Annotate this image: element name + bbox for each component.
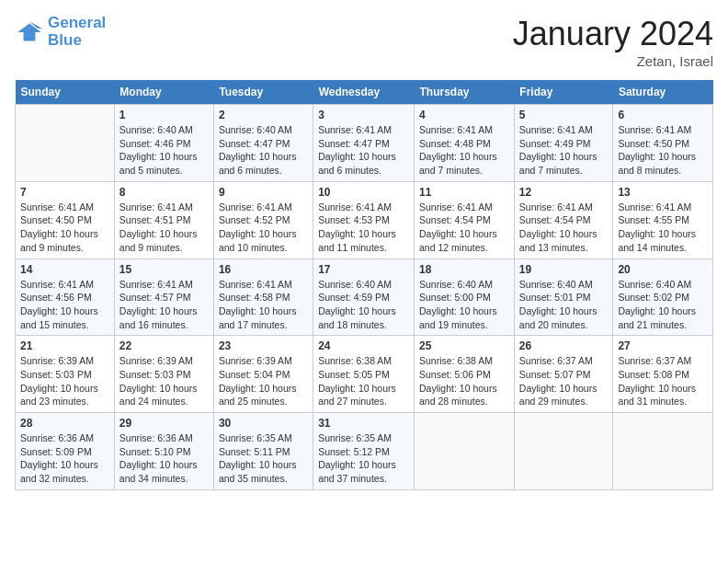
calendar-cell: 30 Sunrise: 6:35 AM Sunset: 5:11 PM Dayl…: [213, 413, 313, 490]
page-header: General Blue January 2024 Zetan, Israel: [15, 15, 713, 69]
daylight: Daylight: 10 hours and 25 minutes.: [219, 383, 297, 408]
calendar-cell: 13 Sunrise: 6:41 AM Sunset: 4:55 PM Dayl…: [613, 181, 713, 259]
day-info: Sunrise: 6:41 AM Sunset: 4:55 PM Dayligh…: [618, 201, 708, 255]
calendar-cell: 17 Sunrise: 6:40 AM Sunset: 4:59 PM Dayl…: [313, 259, 415, 336]
daylight: Daylight: 10 hours and 6 minutes.: [318, 151, 396, 176]
day-number: 25: [419, 339, 509, 352]
day-number: 2: [219, 109, 308, 121]
svg-marker-0: [17, 23, 41, 40]
sunset: Sunset: 4:46 PM: [119, 138, 191, 149]
calendar-week-row: 1 Sunrise: 6:40 AM Sunset: 4:46 PM Dayli…: [16, 105, 713, 182]
logo: General Blue: [15, 15, 106, 49]
sunrise: Sunrise: 6:39 AM: [119, 355, 193, 366]
calendar-cell: 5 Sunrise: 6:41 AM Sunset: 4:49 PM Dayli…: [514, 105, 613, 182]
day-info: Sunrise: 6:41 AM Sunset: 4:47 PM Dayligh…: [318, 123, 409, 178]
sunrise: Sunrise: 6:40 AM: [419, 279, 493, 290]
sunset: Sunset: 4:58 PM: [219, 292, 290, 303]
sunrise: Sunrise: 6:41 AM: [119, 201, 193, 213]
calendar-cell: 11 Sunrise: 6:41 AM Sunset: 4:54 PM Dayl…: [415, 181, 515, 259]
daylight: Daylight: 10 hours and 8 minutes.: [618, 151, 696, 176]
day-number: 8: [119, 186, 209, 199]
logo-icon: [15, 17, 44, 47]
daylight: Daylight: 10 hours and 10 minutes.: [219, 228, 297, 253]
day-number: 28: [20, 417, 109, 430]
day-info: Sunrise: 6:40 AM Sunset: 5:02 PM Dayligh…: [618, 278, 708, 332]
calendar-week-row: 21 Sunrise: 6:39 AM Sunset: 5:03 PM Dayl…: [16, 336, 713, 413]
sunset: Sunset: 5:02 PM: [618, 292, 689, 303]
day-number: 16: [219, 263, 308, 276]
sunset: Sunset: 4:47 PM: [318, 138, 390, 149]
calendar-cell: 15 Sunrise: 6:41 AM Sunset: 4:57 PM Dayl…: [114, 259, 213, 336]
calendar-cell: 16 Sunrise: 6:41 AM Sunset: 4:58 PM Dayl…: [213, 259, 313, 336]
day-info: Sunrise: 6:40 AM Sunset: 4:47 PM Dayligh…: [219, 123, 308, 178]
sunrise: Sunrise: 6:35 AM: [219, 432, 292, 443]
day-number: 23: [219, 339, 308, 352]
day-info: Sunrise: 6:38 AM Sunset: 5:05 PM Dayligh…: [318, 354, 409, 408]
sunrise: Sunrise: 6:40 AM: [519, 279, 593, 290]
daylight: Daylight: 10 hours and 27 minutes.: [318, 383, 396, 408]
sunset: Sunset: 4:54 PM: [419, 214, 491, 225]
calendar-cell: 3 Sunrise: 6:41 AM Sunset: 4:47 PM Dayli…: [313, 105, 415, 182]
day-info: Sunrise: 6:39 AM Sunset: 5:03 PM Dayligh…: [20, 354, 109, 408]
daylight: Daylight: 10 hours and 13 minutes.: [519, 228, 597, 253]
daylight: Daylight: 10 hours and 5 minutes.: [119, 151, 198, 176]
calendar-cell: 24 Sunrise: 6:38 AM Sunset: 5:05 PM Dayl…: [313, 336, 415, 413]
weekday-header-thursday: Thursday: [415, 80, 515, 105]
sunset: Sunset: 4:56 PM: [20, 292, 92, 303]
daylight: Daylight: 10 hours and 31 minutes.: [618, 383, 696, 408]
sunrise: Sunrise: 6:38 AM: [318, 355, 392, 366]
calendar-cell: 25 Sunrise: 6:38 AM Sunset: 5:06 PM Dayl…: [415, 336, 515, 413]
sunset: Sunset: 5:08 PM: [618, 369, 689, 380]
calendar-cell: [415, 413, 515, 490]
logo-text: General Blue: [48, 15, 106, 49]
sunrise: Sunrise: 6:41 AM: [219, 279, 292, 290]
day-info: Sunrise: 6:41 AM Sunset: 4:52 PM Dayligh…: [219, 201, 308, 255]
daylight: Daylight: 10 hours and 34 minutes.: [119, 459, 198, 484]
day-info: Sunrise: 6:41 AM Sunset: 4:54 PM Dayligh…: [419, 201, 509, 255]
day-number: 1: [119, 109, 209, 121]
calendar-cell: 21 Sunrise: 6:39 AM Sunset: 5:03 PM Dayl…: [16, 336, 115, 413]
day-number: 22: [119, 339, 209, 352]
sunset: Sunset: 4:50 PM: [618, 138, 689, 149]
daylight: Daylight: 10 hours and 28 minutes.: [419, 383, 497, 408]
day-info: Sunrise: 6:36 AM Sunset: 5:09 PM Dayligh…: [20, 431, 109, 486]
weekday-header-sunday: Sunday: [16, 80, 115, 105]
day-number: 19: [519, 263, 609, 276]
calendar-cell: 6 Sunrise: 6:41 AM Sunset: 4:50 PM Dayli…: [613, 105, 713, 182]
sunset: Sunset: 5:01 PM: [519, 292, 591, 303]
weekday-header-saturday: Saturday: [613, 80, 713, 105]
weekday-header-row: SundayMondayTuesdayWednesdayThursdayFrid…: [16, 80, 713, 105]
daylight: Daylight: 10 hours and 21 minutes.: [618, 305, 696, 330]
day-number: 3: [318, 109, 409, 121]
calendar-cell: 26 Sunrise: 6:37 AM Sunset: 5:07 PM Dayl…: [514, 336, 613, 413]
sunrise: Sunrise: 6:41 AM: [618, 201, 691, 213]
location: Zetan, Israel: [513, 53, 713, 69]
day-number: 26: [519, 339, 609, 352]
calendar-week-row: 14 Sunrise: 6:41 AM Sunset: 4:56 PM Dayl…: [16, 259, 713, 336]
daylight: Daylight: 10 hours and 9 minutes.: [20, 228, 98, 253]
day-number: 13: [618, 186, 708, 199]
day-number: 20: [618, 263, 708, 276]
daylight: Daylight: 10 hours and 35 minutes.: [219, 459, 297, 484]
sunset: Sunset: 5:12 PM: [318, 446, 390, 457]
sunrise: Sunrise: 6:39 AM: [20, 355, 94, 366]
weekday-header-friday: Friday: [514, 80, 613, 105]
day-info: Sunrise: 6:41 AM Sunset: 4:50 PM Dayligh…: [20, 201, 109, 255]
sunrise: Sunrise: 6:41 AM: [318, 124, 392, 135]
daylight: Daylight: 10 hours and 18 minutes.: [318, 305, 396, 330]
day-info: Sunrise: 6:41 AM Sunset: 4:50 PM Dayligh…: [618, 123, 708, 178]
daylight: Daylight: 10 hours and 37 minutes.: [318, 459, 396, 484]
day-info: Sunrise: 6:41 AM Sunset: 4:58 PM Dayligh…: [219, 278, 308, 332]
sunset: Sunset: 4:51 PM: [119, 214, 191, 225]
daylight: Daylight: 10 hours and 29 minutes.: [519, 383, 597, 408]
calendar-cell: 20 Sunrise: 6:40 AM Sunset: 5:02 PM Dayl…: [613, 259, 713, 336]
day-number: 6: [618, 109, 708, 121]
sunrise: Sunrise: 6:40 AM: [119, 124, 193, 135]
sunrise: Sunrise: 6:41 AM: [219, 201, 292, 213]
day-number: 14: [20, 263, 109, 276]
daylight: Daylight: 10 hours and 20 minutes.: [519, 305, 597, 330]
daylight: Daylight: 10 hours and 24 minutes.: [119, 383, 198, 408]
calendar-table: SundayMondayTuesdayWednesdayThursdayFrid…: [15, 80, 713, 490]
day-info: Sunrise: 6:41 AM Sunset: 4:56 PM Dayligh…: [20, 278, 109, 332]
sunset: Sunset: 5:06 PM: [419, 369, 491, 380]
